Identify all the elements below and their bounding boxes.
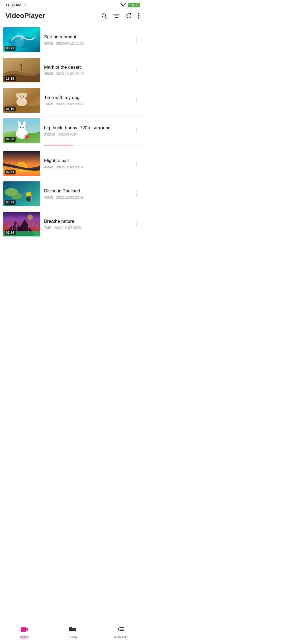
battery-level: 100 (129, 3, 134, 7)
svg-point-23 (20, 96, 21, 97)
video-meta: 7MB 2022-12-02 20:50 (44, 226, 129, 230)
svg-point-55 (16, 224, 18, 228)
list-item[interactable]: 01:19 Time with my dog 10MB 2022-12-02 2… (0, 85, 145, 116)
video-thumbnail: 03:21 (3, 27, 40, 52)
svg-rect-13 (21, 66, 22, 71)
svg-rect-43 (27, 196, 31, 202)
video-info: Time with my dog 10MB 2022-12-02 20:52 (44, 95, 129, 106)
header: VideoPlayer (0, 9, 145, 25)
svg-point-10 (15, 33, 24, 48)
video-title: Surfing moment (44, 34, 129, 40)
item-more-button[interactable]: ⋮ (133, 65, 141, 75)
list-item[interactable]: 05:38 Diving in Thailand 45MB 2022-12-02… (0, 179, 145, 209)
svg-rect-45 (31, 197, 32, 201)
status-right: 100 ⚡ (120, 3, 140, 7)
item-more-button[interactable]: ⋮ (133, 159, 141, 168)
svg-point-53 (12, 223, 14, 226)
svg-point-32 (23, 127, 24, 128)
list-item[interactable]: 03:21 Surfing moment 35MB 2023-04-12 11:… (0, 25, 145, 55)
video-thumbnail: 01:56 (3, 212, 40, 236)
duration-badge: 15:35 (5, 76, 16, 81)
refresh-button[interactable] (126, 13, 132, 19)
battery-indicator: 100 ⚡ (128, 3, 140, 7)
duration-badge: 03:21 (5, 46, 16, 51)
video-meta: 10MB 2022-12-02 20:52 (44, 102, 129, 106)
svg-point-51 (8, 224, 10, 228)
svg-point-34 (25, 135, 27, 136)
svg-point-14 (20, 64, 22, 66)
app-title: VideoPlayer (5, 12, 101, 20)
video-info: Breathe nature 7MB 2022-12-02 20:50 (44, 218, 129, 230)
video-thumbnail: 09:56 (3, 118, 40, 143)
svg-point-33 (25, 134, 29, 139)
duration-badge: 02:51 (5, 170, 16, 174)
video-thumbnail: 01:19 (3, 88, 40, 113)
duration-badge: 09:56 (5, 137, 16, 142)
video-info: Diving in Thailand 45MB 2022-12-02 20:51 (44, 188, 129, 200)
svg-point-59 (32, 223, 34, 227)
progress-track (44, 145, 141, 145)
duration-badge: 01:19 (5, 107, 16, 111)
video-meta: 332MB 2023-04-19 (44, 132, 129, 136)
svg-point-24 (23, 96, 24, 97)
svg-point-11 (20, 35, 24, 40)
video-info: Flight to bali 45MB 2022-12-02 20:51 (44, 158, 129, 169)
svg-point-16 (18, 78, 19, 79)
video-info: Surfing moment 35MB 2023-04-12 11:12 (44, 34, 129, 46)
svg-rect-44 (26, 197, 28, 201)
svg-point-7 (138, 17, 140, 19)
video-thumbnail: 15:35 (3, 58, 40, 82)
svg-line-1 (105, 17, 107, 19)
duration-badge: 05:38 (5, 200, 16, 205)
moon-icon: ☽ (23, 3, 26, 7)
list-item[interactable]: 02:51 Flight to bali 45MB 2022-12-02 20:… (0, 148, 145, 179)
svg-point-61 (36, 224, 38, 228)
list-item[interactable]: 15:35 Mark of the desert 45MB 2022-12-02… (0, 55, 145, 85)
video-title: Flight to bali (44, 158, 129, 164)
filter-button[interactable] (113, 13, 120, 19)
header-actions (101, 13, 140, 19)
video-list: 03:21 Surfing moment 35MB 2023-04-12 11:… (0, 25, 145, 266)
svg-point-31 (20, 127, 21, 128)
svg-point-6 (138, 15, 140, 16)
svg-point-5 (138, 13, 140, 14)
video-title: Diving in Thailand (44, 188, 129, 194)
item-more-button[interactable]: ⋮ (133, 219, 141, 229)
video-meta: 45MB 2022-12-02 20:51 (44, 195, 129, 199)
duration-badge: 01:56 (5, 230, 16, 235)
video-title: Breathe nature (44, 218, 129, 225)
bolt-icon: ⚡ (135, 3, 138, 7)
time-display: 11:06 AM (5, 3, 21, 7)
video-meta: 45MB 2022-12-02 22:40 (44, 72, 129, 76)
item-more-button[interactable]: ⋮ (133, 189, 141, 198)
list-item[interactable]: 01:56 Breathe nature 7MB 2022-12-02 20:5… (0, 209, 145, 239)
wifi-icon (120, 3, 126, 7)
video-thumbnail: 05:38 (3, 181, 40, 206)
svg-point-15 (19, 76, 20, 78)
svg-point-25 (20, 97, 23, 99)
video-meta: 35MB 2023-04-12 11:12 (44, 41, 129, 45)
item-more-button[interactable]: ⋮ (133, 126, 141, 135)
list-item[interactable]: 09:56 big_buck_bunny_720p_surround 332MB… (0, 116, 145, 146)
item-more-button[interactable]: ⋮ (133, 96, 141, 105)
video-thumbnail: 02:51 (3, 151, 40, 176)
video-title: Mark of the desert (44, 64, 129, 71)
video-info: big_buck_bunny_720p_surround 332MB 2023-… (44, 125, 129, 137)
more-options-button[interactable] (138, 13, 140, 19)
svg-point-17 (17, 79, 18, 81)
item-more-button[interactable]: ⋮ (133, 35, 141, 44)
svg-point-57 (28, 224, 30, 228)
svg-point-62 (27, 214, 33, 220)
video-info: Mark of the desert 45MB 2022-12-02 22:40 (44, 64, 129, 76)
search-button[interactable] (101, 13, 107, 19)
video-title: Time with my dog (44, 95, 129, 101)
video-meta: 45MB 2022-12-02 20:51 (44, 165, 129, 169)
progress-fill (44, 145, 73, 145)
status-bar: 11:06 AM ☽ 100 ⚡ (0, 0, 145, 9)
playback-progress (0, 145, 145, 148)
status-left: 11:06 AM ☽ (5, 3, 26, 7)
video-title: big_buck_bunny_720p_surround (44, 125, 129, 131)
svg-point-41 (11, 193, 22, 199)
